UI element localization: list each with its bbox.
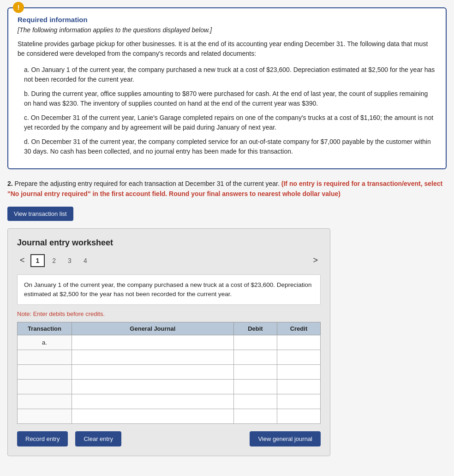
debit-input-5[interactable] [238, 398, 273, 405]
col-header-transaction: Transaction [18, 322, 72, 335]
transaction-description: On January 1 of the current year, the co… [17, 274, 321, 305]
list-item-c: c. On December 31 of the current year, L… [22, 113, 436, 132]
debit-cell-1[interactable] [233, 335, 277, 350]
debit-input-1[interactable] [238, 339, 273, 346]
transaction-cell-5 [18, 394, 72, 409]
item-a-text: On January 1 of the current year, the co… [24, 66, 435, 83]
credit-input-1[interactable] [281, 339, 317, 346]
col-header-debit: Debit [233, 322, 277, 335]
clear-entry-button[interactable]: Clear entry [75, 431, 121, 446]
debit-input-6[interactable] [238, 413, 273, 420]
transaction-cell-6 [18, 409, 72, 424]
question-instructions: 2. Prepare the adjusting entry required … [7, 178, 447, 199]
general-journal-input-3[interactable] [76, 369, 230, 375]
credit-input-2[interactable] [281, 354, 317, 361]
transaction-cell-4 [18, 380, 72, 394]
table-row: a. [18, 335, 321, 350]
journal-table: Transaction General Journal Debit Credit… [17, 322, 321, 424]
note-text: Note: Enter debits before credits. [17, 310, 321, 317]
col-header-credit: Credit [277, 322, 320, 335]
credit-cell-1[interactable] [277, 335, 320, 350]
page-1[interactable]: 1 [30, 254, 45, 267]
debit-input-3[interactable] [238, 369, 273, 375]
info-icon: ! [13, 2, 24, 13]
general-journal-cell-6[interactable] [72, 409, 233, 424]
item-c-label: c. [24, 114, 31, 121]
pagination: < 1 2 3 4 > [17, 254, 321, 267]
debit-cell-4[interactable] [233, 380, 277, 394]
table-row [18, 394, 321, 409]
credit-input-4[interactable] [281, 383, 317, 390]
info-list: a. On January 1 of the current year, the… [18, 65, 436, 156]
general-journal-input-2[interactable] [76, 354, 230, 361]
credit-cell-4[interactable] [277, 380, 320, 394]
general-journal-input-6[interactable] [76, 413, 230, 420]
item-d-text: On December 31 of the current year, the … [24, 138, 431, 155]
prev-page-button[interactable]: < [17, 255, 28, 266]
general-journal-input-1[interactable] [76, 339, 230, 346]
debit-input-4[interactable] [238, 383, 273, 390]
credit-cell-3[interactable] [277, 365, 320, 380]
general-journal-cell-4[interactable] [72, 380, 233, 394]
debit-cell-5[interactable] [233, 394, 277, 409]
debit-cell-3[interactable] [233, 365, 277, 380]
credit-cell-5[interactable] [277, 394, 320, 409]
general-journal-cell-2[interactable] [72, 350, 233, 365]
transaction-cell-3 [18, 365, 72, 380]
required-title: Required information [18, 16, 436, 24]
general-journal-cell-5[interactable] [72, 394, 233, 409]
list-item-b: b. During the current year, office suppl… [22, 89, 436, 108]
item-b-label: b. [24, 90, 31, 97]
next-page-button[interactable]: > [310, 255, 321, 266]
table-row [18, 350, 321, 365]
question-text: Prepare the adjusting entry required for… [15, 180, 280, 187]
debit-cell-2[interactable] [233, 350, 277, 365]
page-3[interactable]: 3 [63, 255, 76, 266]
view-transaction-list-button[interactable]: View transaction list [7, 207, 73, 221]
worksheet-title: Journal entry worksheet [17, 238, 321, 248]
view-general-journal-button[interactable]: View general journal [250, 431, 321, 446]
item-b-text: During the current year, office supplies… [24, 90, 428, 107]
transaction-cell-2 [18, 350, 72, 365]
credit-input-3[interactable] [281, 369, 317, 375]
question-number: 2 [7, 180, 11, 187]
info-box: ! Required information [The following in… [7, 7, 447, 169]
credit-cell-2[interactable] [277, 350, 320, 365]
table-row [18, 380, 321, 394]
transaction-cell-1: a. [18, 335, 72, 350]
table-row [18, 365, 321, 380]
record-entry-button[interactable]: Record entry [17, 431, 68, 446]
credit-input-5[interactable] [281, 398, 317, 405]
credit-input-6[interactable] [281, 413, 317, 420]
debit-cell-6[interactable] [233, 409, 277, 424]
page-4[interactable]: 4 [79, 255, 92, 266]
general-journal-cell-1[interactable] [72, 335, 233, 350]
general-journal-input-5[interactable] [76, 398, 230, 405]
general-journal-cell-3[interactable] [72, 365, 233, 380]
journal-entry-worksheet: Journal entry worksheet < 1 2 3 4 > On J… [7, 228, 330, 457]
intro-text: Stateline provides garbage pickup for ot… [18, 39, 436, 59]
table-row [18, 409, 321, 424]
bottom-buttons: Record entry Clear entry View general jo… [17, 431, 321, 446]
list-item-a: a. On January 1 of the current year, the… [22, 65, 436, 84]
page-2[interactable]: 2 [48, 255, 60, 266]
item-a-label: a. [24, 66, 31, 73]
general-journal-input-4[interactable] [76, 383, 230, 390]
debit-input-2[interactable] [238, 354, 273, 361]
list-item-d: d. On December 31 of the current year, t… [22, 137, 436, 156]
item-c-text: On December 31 of the current year, Lani… [24, 114, 433, 131]
col-header-general-journal: General Journal [72, 322, 233, 335]
subtitle: [The following information applies to th… [18, 26, 436, 34]
item-d-label: d. [24, 138, 31, 145]
credit-cell-6[interactable] [277, 409, 320, 424]
